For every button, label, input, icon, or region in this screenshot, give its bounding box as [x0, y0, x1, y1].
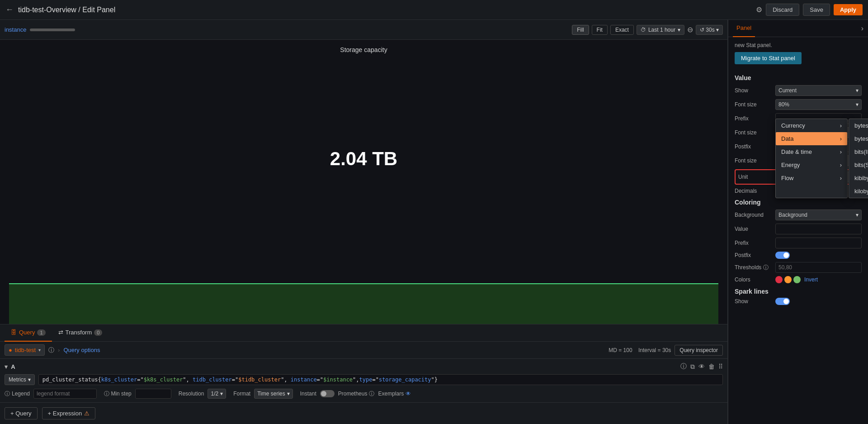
query-remove-btn[interactable]: 🗑	[708, 363, 715, 370]
unit-label: Unit	[738, 174, 779, 180]
show-select[interactable]: Current ▾	[775, 85, 862, 96]
exemplars-label: Exemplars 👁	[378, 391, 411, 397]
format-select[interactable]: Time series ▾	[254, 389, 293, 399]
color-value-input[interactable]	[775, 224, 862, 234]
add-query-button[interactable]: + Query	[5, 407, 38, 419]
instance-slider[interactable]	[30, 29, 75, 31]
tidb-key: tidb_cluster	[193, 376, 232, 383]
energy-item[interactable]: Energy ›	[776, 158, 847, 172]
chart-area: Storage capacity 2.04 TB	[0, 40, 727, 324]
kilobytes-item[interactable]: kilobytes	[849, 185, 868, 198]
tab-query[interactable]: 🗄 Query 1	[5, 324, 52, 342]
migrate-text: new Stat panel.	[735, 42, 772, 48]
minstep-input[interactable]	[135, 389, 171, 399]
query-info-icon[interactable]: ⓘ	[48, 346, 54, 354]
topbar: ← tidb-test-Overview / Edit Panel ⚙ Disc…	[0, 0, 868, 20]
invert-label[interactable]: Invert	[804, 276, 818, 283]
chart-value: 2.04 TB	[330, 148, 397, 170]
bits-iec-item[interactable]: bits(IEC)	[849, 145, 868, 158]
fontsize1-label: Font size	[735, 101, 775, 108]
unit-sub-dropdown: bytes(IEC) bytes(SI) bits(IEC) bits(SI) …	[849, 119, 868, 198]
instant-toggle[interactable]	[320, 390, 335, 397]
apply-button[interactable]: Apply	[834, 4, 863, 15]
background-select[interactable]: Background ▾	[775, 210, 862, 220]
interval-select[interactable]: ↺ 30s ▾	[696, 25, 723, 35]
color-green[interactable]	[793, 276, 801, 283]
time-range-label: Last 1 hour	[648, 27, 675, 33]
fontsize1-select[interactable]: 80% ▾	[775, 99, 862, 110]
thresholds-field-row: Thresholds ⓘ	[735, 262, 862, 273]
spark-toggle[interactable]	[775, 298, 790, 305]
exemplars-eye-icon: 👁	[406, 391, 411, 397]
coloring-section: Coloring Background Background ▾ Value P…	[735, 199, 862, 283]
flow-chevron-icon: ›	[840, 175, 842, 181]
legend-input[interactable]	[33, 389, 97, 399]
bits-si-item[interactable]: bits(SI)	[849, 158, 868, 172]
discard-button[interactable]: Discard	[766, 4, 799, 16]
migrate-button[interactable]: Migrate to Stat panel	[735, 52, 802, 64]
spark-section: Spark lines Show	[735, 288, 862, 305]
data-item[interactable]: Data ›	[776, 132, 847, 145]
exact-button[interactable]: Exact	[610, 25, 634, 35]
panel-tab[interactable]: Panel	[733, 20, 755, 37]
postfix-toggle[interactable]	[775, 252, 790, 259]
query-duplicate-btn[interactable]: ⧉	[690, 363, 695, 371]
coloring-title: Coloring	[735, 199, 862, 206]
format-value: Time series	[257, 391, 285, 397]
currency-item[interactable]: Currency ›	[776, 119, 847, 132]
resolution-select[interactable]: 1/2 ▾	[208, 389, 226, 399]
query-info-btn[interactable]: ⓘ	[680, 362, 687, 371]
query-hide-btn[interactable]: 👁	[698, 363, 705, 370]
color-red[interactable]	[775, 276, 783, 283]
datasource-selector[interactable]: ● tidb-test ▾	[5, 344, 45, 356]
chart-bar	[9, 283, 718, 324]
metrics-label: Metrics	[9, 376, 26, 383]
transform-tab-label: Transform	[66, 329, 92, 336]
postfix2-field-row: Postfix	[735, 252, 862, 259]
query-options-link[interactable]: Query options	[63, 347, 100, 353]
flow-item[interactable]: Flow ›	[776, 172, 847, 185]
thresholds-label: Thresholds ⓘ	[735, 264, 775, 272]
prometheus-text: Prometheus	[338, 391, 368, 397]
zoom-out-button[interactable]: ⊖	[687, 25, 693, 34]
legend-row: ⓘ Legend ⓘ Min step Resolution 1/2 ▾ For…	[5, 387, 723, 400]
query-inspector-button[interactable]: Query inspector	[675, 345, 723, 356]
metrics-select[interactable]: Metrics ▾	[5, 374, 35, 385]
color-orange[interactable]	[784, 276, 792, 283]
fill-button[interactable]: Fill	[572, 25, 589, 35]
query-a-text: A	[11, 363, 15, 370]
postfix-label: Postfix	[735, 143, 775, 150]
thresholds-text: Thresholds	[735, 264, 761, 271]
colors-field-row: Colors Invert	[735, 276, 862, 283]
query-meta: MD = 100 Interval = 30s	[609, 347, 671, 353]
format-chevron-icon: ▾	[287, 391, 290, 397]
bytes-iec-item[interactable]: bytes(IEC)	[849, 119, 868, 132]
right-panel: Panel › new Stat panel. Migrate to Stat …	[728, 20, 868, 424]
query-drag-btn[interactable]: ⠿	[718, 363, 723, 370]
datasource-label: tidb-test	[15, 347, 36, 353]
metrics-query-input[interactable]: pd_cluster_status{k8s_cluster="$k8s_clus…	[38, 374, 723, 385]
db-icon: 🗄	[11, 329, 17, 336]
k8s-val: $k8s_cluster	[144, 376, 183, 383]
instance-label[interactable]: instance	[5, 26, 26, 33]
tab-transform[interactable]: ⇄ Transform 0	[52, 324, 109, 342]
back-button[interactable]: ←	[5, 5, 14, 14]
add-expression-button[interactable]: + Expression ⚠	[42, 407, 96, 419]
decimals-field-row: Decimals Currency › Data ›	[735, 188, 862, 194]
fit-button[interactable]: Fit	[592, 25, 608, 35]
kibibytes-item[interactable]: kibibytes	[849, 172, 868, 185]
metrics-chevron-icon: ▾	[28, 376, 31, 383]
energy-chevron-icon: ›	[840, 162, 842, 168]
format-label: Format	[233, 391, 250, 397]
datetime-item[interactable]: Date & time ›	[776, 145, 847, 158]
collapse-button[interactable]: ›	[861, 24, 863, 33]
prefix-label: Prefix	[735, 115, 775, 122]
query-func: pd_cluster_status{	[42, 376, 101, 383]
thresholds-input[interactable]	[775, 262, 862, 273]
tidb-val: $tidb_cluster	[238, 376, 281, 383]
save-button[interactable]: Save	[803, 4, 830, 16]
settings-button[interactable]: ⚙	[756, 5, 762, 14]
bytes-si-item[interactable]: bytes(SI)	[849, 132, 868, 145]
time-range-picker[interactable]: ⏱ Last 1 hour ▾	[637, 25, 684, 35]
prefix2-input[interactable]	[775, 238, 862, 248]
